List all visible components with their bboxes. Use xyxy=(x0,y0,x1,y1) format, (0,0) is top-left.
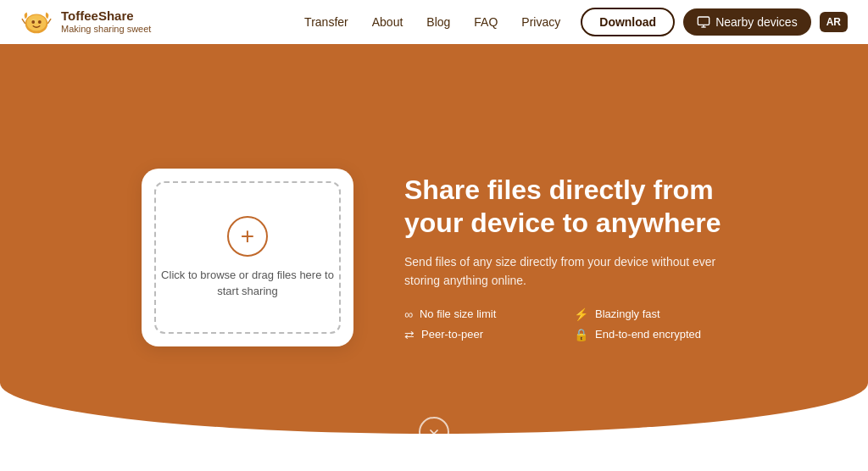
feature-no-size-limit: ∞ No file size limit xyxy=(404,308,557,321)
logo-subtitle: Making sharing sweet xyxy=(61,24,151,35)
svg-point-3 xyxy=(31,20,35,24)
svg-line-5 xyxy=(22,19,25,24)
lightning-icon: ⚡ xyxy=(574,308,588,321)
scroll-down-button[interactable] xyxy=(419,417,449,447)
feature-label: Blazingly fast xyxy=(595,308,660,320)
dropzone-card: + Click to browse or drag files here to … xyxy=(142,169,353,346)
hero-text-block: Share files directly from your device to… xyxy=(404,174,726,341)
hero-subtitle: Send files of any size directly from you… xyxy=(404,252,726,291)
header: ToffeeShare Making sharing sweet Transfe… xyxy=(0,0,868,44)
feature-blazing-fast: ⚡ Blazingly fast xyxy=(574,308,726,321)
monitor-icon xyxy=(697,15,710,29)
arrows-icon: ⇄ xyxy=(404,328,415,341)
svg-line-6 xyxy=(47,19,51,24)
add-files-icon: + xyxy=(227,216,268,257)
feature-label: Peer-to-peer xyxy=(421,328,483,341)
nav-blog[interactable]: Blog xyxy=(426,15,450,29)
logo-title: ToffeeShare xyxy=(61,8,151,24)
logo-text: ToffeeShare Making sharing sweet xyxy=(61,8,151,35)
feature-label: No file size limit xyxy=(420,308,496,320)
language-button[interactable]: AR xyxy=(820,12,848,32)
hero-title: Share files directly from your device to… xyxy=(404,174,726,239)
logo[interactable]: ToffeeShare Making sharing sweet xyxy=(20,6,151,38)
hero-content: + Click to browse or drag files here to … xyxy=(0,44,868,471)
lock-icon: 🔒 xyxy=(574,328,588,341)
nav-about[interactable]: About xyxy=(372,15,403,29)
infinity-icon: ∞ xyxy=(404,308,413,321)
dropzone-label: Click to browse or drag files here to st… xyxy=(156,267,339,300)
logo-icon xyxy=(20,6,53,38)
svg-point-1 xyxy=(27,14,47,30)
feature-peer-to-peer: ⇄ Peer-to-peer xyxy=(404,328,557,341)
feature-encrypted: 🔒 End-to-end encrypted xyxy=(574,328,726,341)
nav-privacy[interactable]: Privacy xyxy=(521,15,560,29)
feature-label: End-to-end encrypted xyxy=(595,328,701,341)
features-list: ∞ No file size limit ⚡ Blazingly fast ⇄ … xyxy=(404,308,726,341)
main-nav: Transfer About Blog FAQ Privacy xyxy=(304,15,560,29)
nearby-devices-button[interactable]: Nearby devices xyxy=(683,8,811,36)
svg-rect-7 xyxy=(698,17,709,25)
dropzone[interactable]: + Click to browse or drag files here to … xyxy=(154,181,341,334)
nav-faq[interactable]: FAQ xyxy=(474,15,498,29)
nav-transfer[interactable]: Transfer xyxy=(304,15,348,29)
chevron-down-icon xyxy=(427,425,441,439)
download-button[interactable]: Download xyxy=(581,8,675,36)
svg-point-4 xyxy=(38,20,42,24)
